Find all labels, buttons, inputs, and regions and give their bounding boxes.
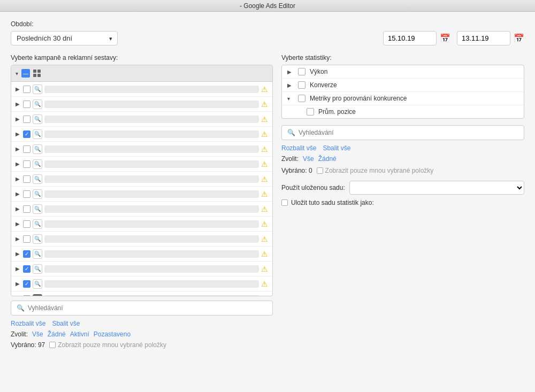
row-search-icon[interactable]: 🔍 bbox=[33, 129, 42, 139]
stats-row-metriky: ▾ Metriky pro porovnání konkurence bbox=[282, 92, 524, 105]
row-expand-icon[interactable]: ▶ bbox=[16, 281, 21, 287]
row-search-icon[interactable]: 🔍 bbox=[33, 219, 42, 229]
row-search-icon[interactable]: 🔍 bbox=[33, 174, 42, 184]
row-content bbox=[44, 86, 259, 93]
row-checkbox[interactable] bbox=[23, 235, 30, 243]
row-search-icon[interactable]: 🔍 bbox=[33, 294, 42, 296]
stats-expand-icon[interactable]: ▾ bbox=[287, 96, 294, 102]
save-set-checkbox[interactable] bbox=[281, 199, 288, 206]
row-search-icon[interactable]: 🔍 bbox=[33, 279, 42, 289]
left-select-all[interactable]: Vše bbox=[32, 330, 43, 338]
stats-label: Metriky pro porovnání konkurence bbox=[310, 95, 407, 102]
row-search-icon[interactable]: 🔍 bbox=[33, 234, 42, 244]
header-search-text bbox=[44, 68, 268, 78]
warning-icon: ⚠ bbox=[261, 100, 268, 109]
row-checkbox[interactable] bbox=[23, 160, 30, 168]
row-checkbox[interactable] bbox=[23, 280, 30, 288]
row-expand-icon[interactable]: ▶ bbox=[16, 101, 21, 107]
list-item: ▶ 🔍 ⚠ bbox=[11, 127, 272, 142]
calendar-from-icon[interactable]: 📅 bbox=[440, 33, 450, 43]
right-panel-label: Vyberte statistiky: bbox=[281, 54, 524, 62]
top-row: Posledních 30 dní Tento měsíc Minulý měs… bbox=[11, 31, 524, 45]
left-action-links: Rozbalit vše Sbalit vše bbox=[11, 320, 273, 327]
row-expand-icon[interactable]: ▶ bbox=[16, 221, 21, 227]
grid-view-icon[interactable] bbox=[33, 70, 41, 77]
left-select-active[interactable]: Aktivní bbox=[70, 330, 89, 338]
row-expand-icon[interactable]: ▶ bbox=[16, 86, 21, 92]
right-action-links: Rozbalit vše Sbalit vše bbox=[281, 144, 524, 152]
stats-checkbox[interactable] bbox=[307, 108, 314, 116]
row-expand-icon[interactable]: ▶ bbox=[16, 116, 21, 122]
row-checkbox[interactable] bbox=[23, 101, 30, 108]
row-expand-icon[interactable]: ▶ bbox=[16, 251, 21, 257]
list-item: ▶ 🔍 ⚠ bbox=[11, 276, 272, 291]
stats-list: ▶ Výkon ▶ Konverze ▾ Metriky pro porovná… bbox=[281, 65, 524, 119]
row-expand-icon[interactable]: ▶ bbox=[16, 131, 21, 137]
right-select-none[interactable]: Žádné bbox=[318, 155, 337, 163]
row-expand-icon[interactable]: ▶ bbox=[16, 266, 21, 272]
row-search-icon[interactable]: 🔍 bbox=[33, 189, 42, 199]
right-show-selected[interactable]: Zobrazit pouze mnou vybrané položky bbox=[317, 167, 434, 174]
save-set-row: Uložit tuto sadu statistik jako: bbox=[281, 199, 524, 206]
select-all-blue-icon[interactable] bbox=[21, 69, 30, 78]
row-content bbox=[44, 160, 259, 168]
period-select[interactable]: Posledních 30 dní Tento měsíc Minulý měs… bbox=[11, 31, 118, 45]
right-select-all[interactable]: Vše bbox=[303, 155, 314, 163]
row-search-icon[interactable]: 🔍 bbox=[33, 249, 42, 259]
left-select-none[interactable]: Žádné bbox=[48, 330, 66, 338]
two-panels: Vyberte kampaně a reklamní sestavy: ▾ ▶ bbox=[11, 54, 524, 349]
row-expand-icon[interactable]: ▶ bbox=[16, 176, 21, 182]
row-checkbox[interactable] bbox=[23, 130, 30, 138]
row-checkbox[interactable] bbox=[23, 190, 30, 198]
warning-icon: ⚠ bbox=[261, 115, 268, 124]
row-checkbox[interactable] bbox=[23, 86, 30, 93]
left-select-paused[interactable]: Pozastaveno bbox=[94, 330, 131, 338]
left-show-selected-checkbox[interactable] bbox=[49, 342, 56, 348]
row-search-icon[interactable]: 🔍 bbox=[33, 84, 42, 94]
row-checkbox[interactable] bbox=[23, 145, 30, 153]
row-expand-icon[interactable]: ▶ bbox=[16, 161, 21, 167]
right-selected-count: Vybráno: 0 bbox=[281, 167, 312, 174]
row-search-icon[interactable]: 🔍 bbox=[33, 99, 42, 109]
saved-set-select[interactable] bbox=[349, 181, 524, 195]
right-collapse-all[interactable]: Sbalit vše bbox=[323, 144, 350, 152]
left-show-selected[interactable]: Zobrazit pouze mnou vybrané položky bbox=[49, 341, 166, 349]
row-content bbox=[44, 205, 259, 213]
row-expand-icon[interactable]: ▶ bbox=[16, 191, 21, 197]
stats-sub-row-pozice: Prům. pozice bbox=[282, 105, 524, 118]
row-checkbox[interactable] bbox=[23, 295, 30, 296]
row-checkbox[interactable] bbox=[23, 250, 30, 258]
row-checkbox[interactable] bbox=[23, 265, 30, 273]
right-expand-all[interactable]: Rozbalit vše bbox=[281, 144, 316, 152]
title-text: - Google Ads Editor bbox=[240, 2, 295, 10]
row-checkbox[interactable] bbox=[23, 175, 30, 183]
row-checkbox[interactable] bbox=[23, 205, 30, 213]
row-expand-icon[interactable]: ▶ bbox=[16, 206, 21, 212]
stats-checkbox[interactable] bbox=[298, 81, 305, 89]
campaign-list-box: ▾ ▶ 🔍 ⚠ bbox=[11, 65, 273, 296]
left-search-input[interactable] bbox=[28, 304, 267, 312]
stats-checkbox[interactable] bbox=[298, 68, 305, 75]
row-search-icon[interactable]: 🔍 bbox=[33, 204, 42, 214]
row-expand-icon[interactable]: ▶ bbox=[16, 146, 21, 152]
row-checkbox[interactable] bbox=[23, 220, 30, 228]
row-search-icon[interactable]: 🔍 bbox=[33, 264, 42, 274]
row-expand-icon[interactable]: ▶ bbox=[16, 236, 21, 242]
row-search-icon[interactable]: 🔍 bbox=[33, 144, 42, 154]
row-checkbox[interactable] bbox=[23, 116, 30, 123]
stats-expand-icon[interactable]: ▶ bbox=[287, 69, 294, 75]
stats-checkbox[interactable] bbox=[298, 95, 305, 102]
stats-expand-icon[interactable]: ▶ bbox=[287, 82, 294, 88]
row-content bbox=[44, 130, 259, 138]
right-show-selected-checkbox[interactable] bbox=[317, 167, 323, 174]
date-to-input[interactable] bbox=[457, 31, 510, 45]
date-from-input[interactable] bbox=[383, 31, 437, 45]
row-search-icon[interactable]: 🔍 bbox=[33, 159, 42, 169]
calendar-to-icon[interactable]: 📅 bbox=[514, 33, 524, 43]
header-arrow-icon[interactable]: ▾ bbox=[16, 71, 18, 76]
row-search-icon[interactable]: 🔍 bbox=[33, 114, 42, 124]
left-expand-all[interactable]: Rozbalit vše bbox=[11, 320, 45, 327]
right-search-input[interactable] bbox=[299, 129, 518, 136]
warning-icon: ⚠ bbox=[261, 130, 268, 139]
left-collapse-all[interactable]: Sbalit vše bbox=[52, 320, 80, 327]
